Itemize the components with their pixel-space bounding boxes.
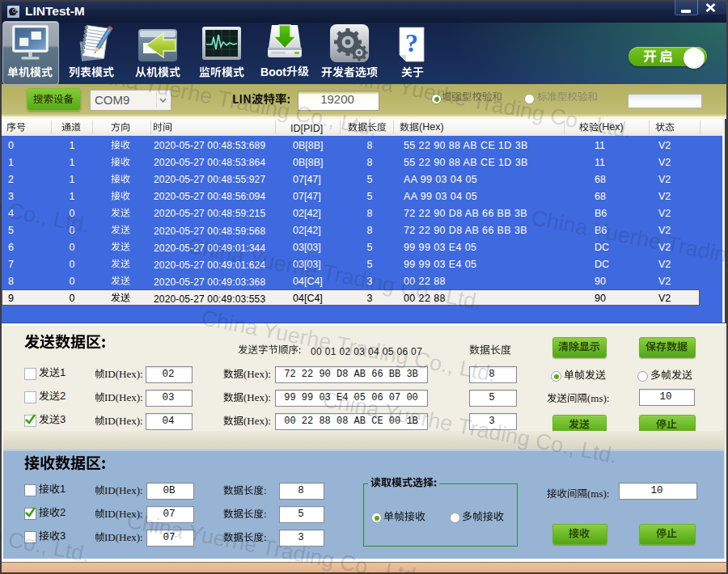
svg-text:?: ? [405, 28, 418, 57]
